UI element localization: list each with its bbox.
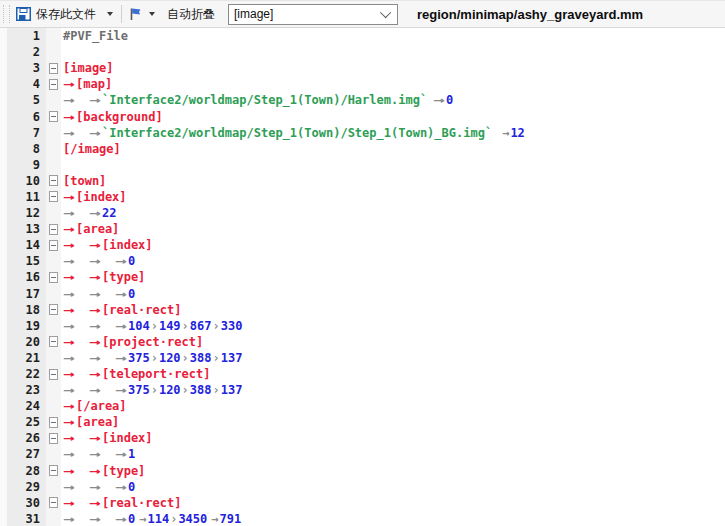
tag-token: [teleport·rect] [102,367,210,381]
fold-marker[interactable] [49,79,58,90]
tab-separator-icon: › [151,383,158,397]
tab-arrow-icon: → [63,399,82,413]
code-line-content[interactable]: →→22 [61,206,725,220]
chevron-down-icon [380,7,391,18]
fold-marker[interactable] [49,191,58,202]
fold-marker[interactable] [49,465,58,476]
code-line-content[interactable]: →→→0 [61,287,725,301]
code-line-content[interactable]: →[/area] [61,399,725,413]
code-line-content[interactable]: →→[real·rect] [61,496,725,510]
code-line: 22→→[teleport·rect] [0,366,725,382]
fold-column [46,191,61,202]
code-line-content[interactable]: →→→375›120›388›137 [61,383,725,397]
code-line-content[interactable]: →→[real·rect] [61,303,725,317]
tab-arrow-icon: → [89,93,108,107]
comment-token: #PVF_File [63,29,128,43]
line-number: 18 [7,303,46,317]
tab-arrow-icon: → [89,335,108,349]
tab-arrow-icon: → [89,238,108,252]
line-number: 10 [7,174,46,188]
code-line-content[interactable]: [town] [61,174,725,188]
code-line-content[interactable]: [image] [61,61,725,75]
tag-token: [image] [63,61,114,75]
fold-marker[interactable] [49,63,58,74]
code-line-content[interactable]: →→[index] [61,238,725,252]
fold-marker[interactable] [49,240,58,251]
tab-arrow-icon: → [63,415,82,429]
code-line-content[interactable]: →[area] [61,415,725,429]
fold-marker[interactable] [49,304,58,315]
code-line-content[interactable]: →[background] [61,110,725,124]
tab-arrow-icon: → [89,383,108,397]
number-token: 137 [221,383,243,397]
code-line-content[interactable]: →→[teleport·rect] [61,367,725,381]
code-line: 24→[/area] [0,398,725,414]
code-line: 25→[area] [0,414,725,430]
number-token: 388 [190,351,212,365]
fold-marker[interactable] [49,417,58,428]
tab-arrow-icon: → [139,512,146,526]
save-file-button[interactable]: 保存此文件 [13,3,103,26]
tab-arrow-icon: → [89,206,108,220]
code-line-content[interactable]: →→`Interface2/worldmap/Step_1(Town)/Step… [61,126,725,140]
save-dropdown-icon[interactable] [107,12,113,16]
tab-arrow-icon: → [89,367,108,381]
fold-marker[interactable] [49,224,58,235]
code-line-content[interactable]: →[map] [61,77,725,91]
code-line-content[interactable]: →→[index] [61,431,725,445]
fold-column [46,224,61,235]
line-number: 31 [7,512,46,526]
code-line-content[interactable]: →→→0→114›3450→791 [61,512,725,526]
tab-arrow-icon: → [89,319,108,333]
tag-token: [index] [102,431,153,445]
fold-marker[interactable] [49,369,58,380]
fold-marker[interactable] [49,433,58,444]
code-line-content[interactable]: →→→375›120›388›137 [61,351,725,365]
code-line-content[interactable]: #PVF_File [61,29,725,43]
tab-arrow-icon: → [63,206,82,220]
auto-fold-button[interactable]: 自动折叠 [159,3,222,26]
code-line-content[interactable]: →→[type] [61,464,725,478]
file-path-label: region/minimap/ashy_graveyard.mm [417,7,643,22]
tab-arrow-icon: → [63,480,82,494]
line-number: 25 [7,415,46,429]
code-line: 27→→→1 [0,446,725,462]
code-line-content[interactable]: →→→0 [61,254,725,268]
toolbar-grip[interactable] [3,5,10,23]
jump-dropdown-icon[interactable] [149,12,155,16]
code-line: 29→→→0 [0,479,725,495]
tab-arrow-icon: → [89,480,108,494]
fold-column [46,417,61,428]
tab-arrow-icon: → [89,270,108,284]
code-line-content[interactable]: →[area] [61,222,725,236]
fold-marker[interactable] [49,111,58,122]
jump-flag-button[interactable] [126,3,145,26]
line-number: 28 [7,464,46,478]
fold-marker[interactable] [49,272,58,283]
tab-arrow-icon: → [115,447,134,461]
code-line-content[interactable]: →→`Interface2/worldmap/Step_1(Town)/Harl… [61,93,725,107]
code-line-content[interactable]: →→[type] [61,270,725,284]
code-line-content[interactable]: →→→0 [61,480,725,494]
tab-arrow-icon: → [89,447,108,461]
code-line-content[interactable]: [/image] [61,142,725,156]
code-line-content[interactable]: →→→104›149›867›330 [61,319,725,333]
line-number: 6 [7,110,46,124]
fold-column [46,79,61,90]
code-line: 7→→`Interface2/worldmap/Step_1(Town)/Ste… [0,125,725,141]
fold-column [46,175,61,186]
tag-jump-combobox[interactable]: [image] [228,4,398,25]
tab-arrow-icon: → [63,512,82,526]
tab-arrow-icon: → [63,496,82,510]
code-line-content[interactable]: →→[project·rect] [61,335,725,349]
fold-marker[interactable] [49,497,58,508]
number-token: 137 [221,351,243,365]
tab-arrow-icon: → [63,464,82,478]
code-line-content[interactable]: →[index] [61,190,725,204]
code-editor[interactable]: 1#PVF_File23[image]4→[map]5→→`Interface2… [0,28,725,526]
fold-marker[interactable] [49,336,58,347]
code-line: 3[image] [0,60,725,76]
code-line-content[interactable]: →→→1 [61,447,725,461]
fold-marker[interactable] [49,175,58,186]
tab-arrow-icon: → [115,254,134,268]
